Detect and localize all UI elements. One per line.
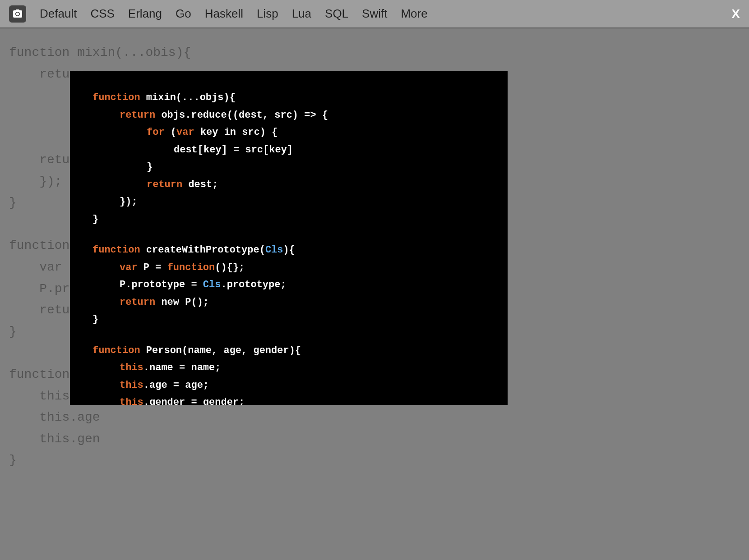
code-line: for (var key in src) { [92,124,485,142]
code-line: this.name = name; [92,359,485,377]
code-line: } [92,211,485,229]
code-line: this.age = age; [92,377,485,395]
code-block-mixin: function mixin(...objs){ return objs.red… [92,89,485,228]
bg-line: } [9,450,740,471]
code-line: function Person(name, age, gender){ [92,342,485,360]
code-line: return new P(); [92,294,485,312]
nav-swift[interactable]: Swift [362,7,387,21]
nav-default[interactable]: Default [40,7,77,21]
main-area: function mixin(...obis){ return o for (v… [0,28,749,560]
code-line: dest[key] = src[key] [92,142,485,159]
nav-lua[interactable]: Lua [292,7,311,21]
code-line: }); [92,193,485,211]
camera-icon [9,5,26,23]
bg-line: this.gen [9,428,740,450]
code-line: return objs.reduce((dest, src) => { [92,107,485,124]
code-line: } [92,159,485,176]
nav-go[interactable]: Go [176,7,191,21]
code-line: var P = function(){}; [92,259,485,277]
nav-sql[interactable]: SQL [325,7,348,21]
code-line: return dest; [92,176,485,194]
nav-erlang[interactable]: Erlang [128,7,162,21]
nav-haskell[interactable]: Haskell [205,7,243,21]
code-line: this.gender = gender; [92,394,485,405]
close-button[interactable]: X [731,7,740,21]
nav-css[interactable]: CSS [90,7,114,21]
code-line: } [92,311,485,329]
code-block-person: function Person(name, age, gender){ this… [92,342,485,405]
code-line: function mixin(...objs){ [92,89,485,107]
code-line: function createWithPrototype(Cls){ [92,242,485,259]
nav-bar: Default CSS Erlang Go Haskell Lisp Lua S… [40,7,718,21]
nav-more[interactable]: More [401,7,427,21]
code-line: P.prototype = Cls.prototype; [92,276,485,294]
bg-line: this.age [9,407,740,428]
nav-lisp[interactable]: Lisp [257,7,278,21]
bg-line: function mixin(...obis){ [9,42,740,64]
code-block-createwithprototype: function createWithPrototype(Cls){ var P… [92,242,485,329]
toolbar: Default CSS Erlang Go Haskell Lisp Lua S… [0,0,749,28]
code-overlay: function mixin(...objs){ return objs.red… [70,71,508,405]
